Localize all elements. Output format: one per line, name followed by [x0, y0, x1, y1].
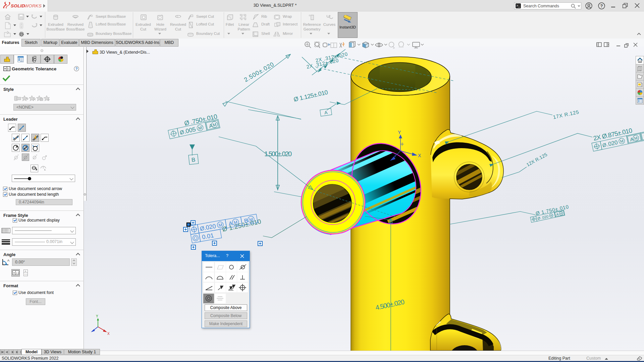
- svg-text:Y: Y: [398, 130, 401, 135]
- svg-text:3D Views_& (Extend<Dis...: 3D Views_& (Extend<Dis...: [100, 50, 150, 55]
- svg-text:B: B: [191, 157, 196, 163]
- svg-text:X: X: [107, 332, 110, 336]
- svg-text:A: A: [7, 259, 9, 262]
- svg-text:WORKS: WORKS: [24, 3, 42, 8]
- svg-text:0.3: 0.3: [7, 68, 10, 70]
- svg-text:1.500±.020: 1.500±.020: [264, 150, 292, 158]
- svg-text:X: X: [418, 153, 421, 158]
- svg-text:0.3: 0.3: [16, 272, 19, 274]
- svg-text:0.3: 0.3: [24, 274, 28, 276]
- svg-text:Y: Y: [96, 314, 98, 318]
- svg-text:?: ?: [75, 67, 78, 71]
- svg-text:?: ?: [600, 3, 603, 8]
- svg-text:SOLID: SOLID: [11, 3, 25, 8]
